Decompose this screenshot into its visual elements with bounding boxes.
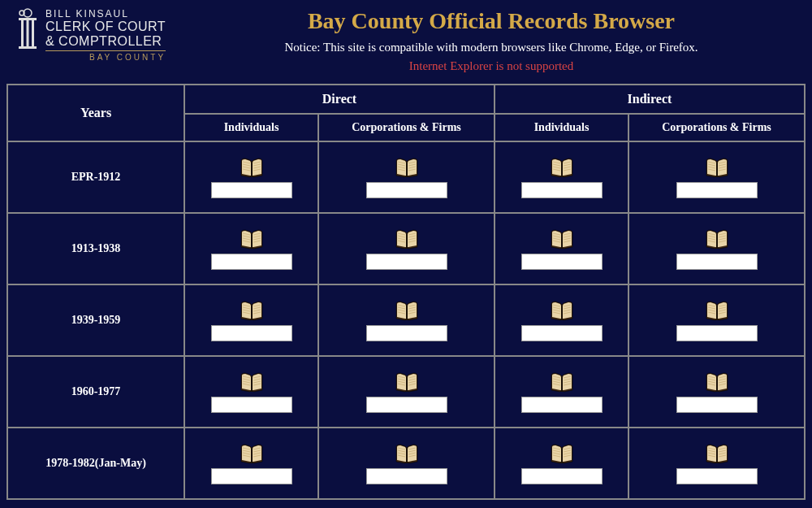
record-cell (184, 141, 318, 213)
logo-name: BILL KINSAUL (45, 8, 166, 20)
search-input[interactable] (211, 325, 292, 341)
year-cell: 1913-1938 (7, 213, 184, 284)
book-icon[interactable] (395, 228, 419, 250)
year-cell: 1939-1959 (7, 284, 184, 356)
record-cell (628, 428, 805, 499)
search-input[interactable] (521, 325, 603, 341)
table-row: 1978-1982(Jan-May) (7, 428, 805, 499)
search-input[interactable] (211, 254, 292, 270)
indirect-header: Indirect (495, 85, 805, 114)
book-icon[interactable] (550, 156, 574, 179)
search-input[interactable] (366, 182, 447, 198)
record-cell (495, 284, 628, 356)
search-input[interactable] (521, 182, 603, 198)
direct-header: Direct (184, 85, 495, 114)
record-cell (495, 356, 628, 428)
book-icon[interactable] (240, 371, 264, 393)
logo-title-1: CLERK OF COURT (45, 20, 166, 34)
record-cell (628, 213, 805, 284)
page-title: Bay County Official Records Browser (187, 8, 796, 34)
year-cell: EPR-1912 (7, 141, 184, 213)
search-input[interactable] (676, 468, 758, 484)
record-cell (495, 213, 628, 284)
search-input[interactable] (676, 397, 758, 413)
book-icon[interactable] (240, 299, 264, 322)
table-row: 1960-1977 (7, 356, 805, 428)
book-icon[interactable] (395, 371, 419, 393)
column-icon (16, 8, 39, 49)
year-cell: 1960-1977 (7, 356, 184, 428)
search-input[interactable] (211, 182, 292, 198)
record-cell (184, 356, 318, 428)
svg-rect-3 (21, 20, 24, 46)
record-cell (184, 428, 318, 499)
search-input[interactable] (521, 468, 603, 484)
search-input[interactable] (366, 468, 447, 484)
book-icon[interactable] (395, 442, 419, 465)
search-input[interactable] (366, 325, 447, 341)
book-icon[interactable] (240, 156, 264, 179)
svg-rect-2 (19, 18, 37, 20)
record-cell (628, 284, 805, 356)
book-icon[interactable] (705, 299, 729, 322)
record-cell (184, 284, 318, 356)
record-cell (318, 284, 495, 356)
search-input[interactable] (676, 182, 758, 198)
book-icon[interactable] (395, 299, 419, 322)
record-cell (628, 141, 805, 213)
record-cell (184, 213, 318, 284)
svg-rect-4 (27, 20, 29, 46)
table-row: EPR-1912 (7, 141, 805, 213)
record-cell (495, 428, 628, 499)
year-cell: 1978-1982(Jan-May) (7, 428, 184, 499)
svg-rect-6 (19, 46, 37, 49)
record-cell (318, 213, 495, 284)
browser-notice: Notice: This site is compatible with mod… (187, 41, 796, 54)
book-icon[interactable] (705, 228, 729, 250)
book-icon[interactable] (550, 228, 574, 250)
book-icon[interactable] (395, 156, 419, 179)
ie-warning: Internet Explorer is not supported (187, 59, 796, 73)
record-cell (495, 141, 628, 213)
search-input[interactable] (521, 254, 603, 270)
direct-corporations-header: Corporations & Firms (318, 114, 495, 141)
search-input[interactable] (521, 397, 603, 413)
table-row: 1913-1938 (7, 213, 805, 284)
book-icon[interactable] (240, 228, 264, 250)
book-icon[interactable] (550, 299, 574, 322)
search-input[interactable] (366, 397, 447, 413)
search-input[interactable] (211, 397, 292, 413)
record-cell (628, 356, 805, 428)
table-row: 1939-1959 (7, 284, 805, 356)
search-input[interactable] (211, 468, 292, 484)
record-cell (318, 141, 495, 213)
direct-individuals-header: Individuals (184, 114, 318, 141)
svg-rect-5 (32, 20, 34, 46)
search-input[interactable] (676, 254, 758, 270)
book-icon[interactable] (550, 442, 574, 465)
book-icon[interactable] (550, 371, 574, 393)
record-cell (318, 428, 495, 499)
years-header: Years (7, 85, 184, 141)
logo: BILL KINSAUL CLERK OF COURT & COMPTROLLE… (16, 8, 187, 62)
book-icon[interactable] (705, 156, 729, 179)
search-input[interactable] (366, 254, 447, 270)
search-input[interactable] (676, 325, 758, 341)
indirect-corporations-header: Corporations & Firms (628, 114, 805, 141)
header: BILL KINSAUL CLERK OF COURT & COMPTROLLE… (0, 0, 812, 77)
book-icon[interactable] (705, 442, 729, 465)
records-table: Years Direct Indirect Individuals Corpor… (6, 84, 806, 500)
logo-title-2: & COMPTROLLER (45, 34, 166, 49)
logo-county: BAY COUNTY (45, 53, 166, 62)
indirect-individuals-header: Individuals (495, 114, 628, 141)
book-icon[interactable] (705, 371, 729, 393)
record-cell (318, 356, 495, 428)
book-icon[interactable] (240, 442, 264, 465)
